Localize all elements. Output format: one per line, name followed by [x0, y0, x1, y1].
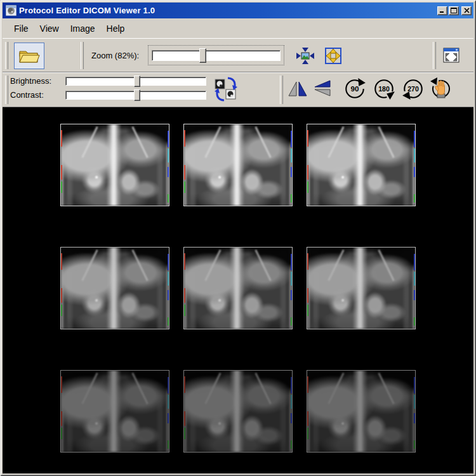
orientation-marker-teal	[414, 149, 415, 162]
actual-size-button[interactable]	[323, 46, 343, 66]
scan-image	[184, 248, 292, 329]
menu-item-help[interactable]: Help	[102, 22, 130, 36]
rotate-270-icon: 270	[401, 77, 425, 101]
menu-item-image[interactable]: Image	[65, 22, 100, 36]
orientation-marker-green	[414, 440, 415, 449]
orientation-marker-green	[184, 428, 185, 439]
free-rotate-button[interactable]	[429, 76, 453, 102]
orientation-marker-red	[61, 411, 62, 426]
scan-image	[307, 248, 415, 329]
contrast-slider-track[interactable]	[65, 91, 206, 100]
orientation-marker-green	[291, 194, 292, 202]
menu-item-view[interactable]: View	[35, 22, 64, 36]
orientation-marker-green	[61, 182, 62, 193]
rotate-hand-icon	[429, 76, 453, 102]
orientation-marker-red	[307, 130, 308, 147]
orientation-marker-green	[291, 317, 292, 326]
image-actual-size-icon	[323, 46, 343, 66]
orientation-marker-red	[307, 253, 308, 270]
orientation-marker-green	[307, 305, 308, 316]
dicom-thumbnail-r2c2[interactable]	[183, 247, 293, 329]
fit-to-window-button[interactable]	[296, 46, 315, 65]
orientation-marker-teal	[291, 149, 292, 162]
title-bar: Protocol Editor DICOM Viewer 1.0	[3, 3, 473, 18]
orientation-marker-blue	[291, 167, 292, 178]
expand-window-icon	[442, 46, 461, 64]
orientation-marker-blue	[414, 413, 415, 424]
zoom-label: Zoom (82%):	[91, 51, 139, 60]
orientation-marker-red	[61, 130, 62, 147]
brightness-slider-track[interactable]	[65, 77, 206, 86]
app-window: Protocol Editor DICOM Viewer 1.0 FileVie…	[0, 0, 476, 476]
dicom-thumbnail-r3c3[interactable]	[307, 370, 416, 453]
svg-text:180: 180	[378, 85, 390, 93]
flip-vertical-button[interactable]	[312, 79, 334, 98]
orientation-marker-green	[168, 317, 169, 326]
orientation-marker-red	[184, 288, 185, 303]
toolbar-gripper[interactable]	[433, 42, 436, 69]
adjust-toolbar: Brightness: Contrast:	[3, 72, 473, 107]
orientation-marker-red	[61, 253, 62, 270]
orientation-marker-blue	[414, 131, 415, 147]
orientation-marker-red	[184, 411, 185, 426]
orientation-marker-teal	[168, 395, 169, 409]
invert-image-icon	[215, 76, 237, 102]
orientation-marker-blue	[291, 413, 292, 424]
rotate-90-icon: 90	[343, 77, 367, 101]
maximize-button[interactable]	[449, 6, 459, 15]
menu-bar: FileViewImageHelp	[3, 20, 473, 37]
dicom-thumbnail-r2c1[interactable]	[60, 247, 169, 329]
dicom-thumbnail-r2c3[interactable]	[307, 247, 416, 329]
open-file-button[interactable]	[14, 43, 44, 69]
orientation-marker-teal	[291, 395, 292, 409]
orientation-marker-red	[307, 376, 308, 393]
scan-image	[184, 124, 292, 206]
scan-image	[184, 371, 292, 452]
contrast-slider-thumb[interactable]	[134, 89, 140, 101]
orientation-marker-green	[61, 428, 62, 439]
menu-item-file[interactable]: File	[9, 22, 34, 36]
toolbar-gripper[interactable]	[5, 42, 8, 69]
orientation-marker-blue	[168, 167, 169, 178]
rotate-90-button[interactable]: 90	[343, 77, 367, 101]
dicom-thumbnail-r1c2[interactable]	[183, 124, 293, 206]
orientation-marker-blue	[168, 290, 169, 301]
minimize-icon	[439, 8, 446, 13]
flip-horizontal-button[interactable]	[287, 79, 308, 98]
brightness-slider-thumb[interactable]	[134, 76, 140, 87]
contrast-label: Contrast:	[10, 90, 44, 100]
orientation-marker-blue	[168, 131, 169, 147]
dicom-thumbnail-r3c1[interactable]	[60, 370, 169, 453]
orientation-marker-blue	[168, 413, 169, 424]
toolbar-gripper[interactable]	[5, 76, 8, 104]
orientation-marker-teal	[414, 272, 415, 286]
invert-button[interactable]	[215, 76, 237, 102]
orientation-marker-red	[184, 376, 185, 393]
toolbar-gripper[interactable]	[81, 42, 84, 69]
orientation-marker-green	[307, 182, 308, 193]
close-button[interactable]	[461, 6, 472, 15]
svg-text:90: 90	[351, 84, 359, 93]
rotate-270-button[interactable]: 270	[401, 77, 425, 101]
fullscreen-button[interactable]	[442, 46, 461, 64]
zoom-slider[interactable]	[148, 45, 284, 65]
orientation-marker-green	[168, 440, 169, 449]
zoom-slider-thumb[interactable]	[199, 48, 206, 63]
orientation-marker-red	[307, 165, 308, 180]
orientation-marker-green	[414, 317, 415, 326]
maximize-icon	[451, 8, 457, 13]
dicom-thumbnail-r1c1[interactable]	[60, 124, 169, 206]
fit-image-to-window-icon	[296, 46, 315, 65]
orientation-marker-green	[291, 440, 292, 449]
orientation-marker-blue	[414, 377, 415, 393]
dicom-thumbnail-r3c2[interactable]	[183, 370, 293, 453]
orientation-marker-red	[307, 288, 308, 303]
orientation-marker-green	[184, 182, 185, 193]
rotate-180-button[interactable]: 180	[372, 77, 396, 101]
toolbar-gripper[interactable]	[280, 76, 283, 104]
orientation-marker-green	[307, 428, 308, 439]
orientation-marker-blue	[291, 290, 292, 301]
minimize-button[interactable]	[437, 6, 447, 15]
dicom-thumbnail-r1c3[interactable]	[307, 124, 416, 206]
zoom-slider-track[interactable]	[152, 50, 281, 61]
